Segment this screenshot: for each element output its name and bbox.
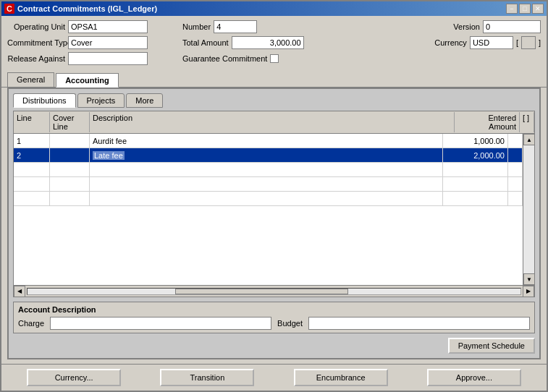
window-title: Contract Commitments (IGL_Ledger) [17,4,506,13]
cell-line [14,192,50,205]
col-header-description: Description [90,112,455,132]
operating-unit-label: Operating Unit [7,22,65,31]
cell-cover-line [50,148,90,162]
table-wrapper: 1 Aurdit fee 1,000.00 2 Late fee 2,000.0… [14,134,534,285]
col-header-line: Line [14,112,50,132]
bottom-bar: Currency... Transition Encumbrance Appro… [1,364,547,391]
currency-label: Currency [434,38,467,47]
account-description-row: Charge Budget [18,317,530,330]
cell-extra [508,148,523,162]
transition-button[interactable]: Transition [160,369,254,386]
cell-cover-line [50,163,90,176]
cell-line: 1 [14,134,50,148]
cell-description [90,163,443,176]
title-bar: C Contract Commitments (IGL_Ledger) − □ … [1,1,547,16]
cell-amount: 1,000.00 [443,134,508,148]
guarantee-commitment-checkbox[interactable] [270,54,279,63]
cell-extra [508,192,523,205]
release-against-input[interactable] [68,52,148,65]
col-header-amount: EnteredAmount [455,112,520,132]
total-amount-input[interactable] [232,36,304,49]
scroll-right-button[interactable]: ▶ [523,286,534,297]
form-row-2: Commitment Type Total Amount Currency [ … [7,36,541,49]
maximize-button[interactable]: □ [519,4,531,14]
version-label: Version [453,22,480,31]
main-panel: Distributions Projects More Line CoverLi… [7,88,541,359]
table-row[interactable] [14,163,523,177]
budget-input[interactable] [308,317,530,330]
title-buttons: − □ ✕ [506,4,544,14]
tab-general[interactable]: General [7,72,54,87]
table-row[interactable]: 1 Aurdit fee 1,000.00 [14,134,523,148]
cell-description [90,177,443,191]
vertical-scrollbar[interactable]: ▲ ▼ [523,134,534,285]
cell-cover-line [50,192,90,205]
charge-label: Charge [18,319,44,328]
commitment-type-label: Commitment Type [7,38,65,47]
number-label: Number [182,22,211,31]
horizontal-scrollbar[interactable]: ◀ ▶ [14,285,534,297]
cell-extra [508,163,523,176]
release-against-label: Release Against [7,54,65,63]
encumbrance-button[interactable]: Encumbrance [294,369,388,386]
scroll-left-button[interactable]: ◀ [14,286,25,297]
account-description-title: Account Description [18,305,530,314]
tab-projects[interactable]: Projects [77,93,125,108]
outer-tabs: General Accounting [1,72,547,88]
cell-amount: 2,000.00 [443,148,508,162]
cell-description [90,192,443,205]
table-header: Line CoverLine Description EnteredAmount… [14,111,534,134]
approve-button[interactable]: Approve... [427,369,521,386]
col-header-extra: [ ] [520,112,534,132]
form-area: Operating Unit Number Version Commitment… [1,16,547,72]
minimize-button[interactable]: − [506,4,518,14]
tab-accounting[interactable]: Accounting [56,73,119,88]
cell-amount [443,192,508,205]
tab-distributions[interactable]: Distributions [13,93,76,108]
table-row[interactable] [14,177,523,192]
currency-extra-btn[interactable] [521,36,536,49]
operating-unit-input[interactable] [68,20,148,33]
cell-line [14,177,50,191]
scroll-track [523,145,534,273]
cell-amount [443,177,508,191]
currency-bracket-open: [ [516,38,518,47]
table-row[interactable]: 2 Late fee 2,000.00 [14,148,523,163]
currency-bracket-close: ] [539,38,541,47]
main-window: C Contract Commitments (IGL_Ledger) − □ … [0,0,548,392]
cell-description: Late fee [90,148,443,162]
guarantee-commitment-label: Guarantee Commitment [182,54,267,63]
number-input[interactable] [214,20,257,33]
table-inner: 1 Aurdit fee 1,000.00 2 Late fee 2,000.0… [14,134,523,285]
cell-amount [443,163,508,176]
form-row-1: Operating Unit Number Version [7,20,541,33]
distributions-table-container: Line CoverLine Description EnteredAmount… [13,111,535,297]
scroll-down-button[interactable]: ▼ [523,273,534,285]
cell-extra [508,134,523,148]
payment-schedule-button[interactable]: Payment Schedule [448,338,535,354]
h-scroll-track [27,288,521,295]
cell-description: Aurdit fee [90,134,443,148]
payment-schedule-row: Payment Schedule [13,338,535,354]
tab-more[interactable]: More [126,93,163,108]
window-icon: C [4,4,14,14]
cell-extra [508,177,523,191]
total-amount-label: Total Amount [182,38,229,47]
scroll-up-button[interactable]: ▲ [523,134,534,145]
cell-cover-line [50,134,90,148]
form-row-3: Release Against Guarantee Commitment [7,52,541,65]
budget-label: Budget [277,319,303,328]
cell-line [14,163,50,176]
table-row[interactable] [14,192,523,206]
inner-tabs: Distributions Projects More [13,93,535,108]
col-header-cover-line: CoverLine [50,112,90,132]
version-input[interactable] [483,20,541,33]
commitment-type-input[interactable] [68,36,148,49]
charge-input[interactable] [50,317,271,330]
cell-cover-line [50,177,90,191]
h-scroll-thumb[interactable] [175,289,347,294]
currency-button[interactable]: Currency... [27,369,121,386]
cell-line: 2 [14,148,50,162]
close-button[interactable]: ✕ [532,4,544,14]
currency-input[interactable] [470,36,513,49]
